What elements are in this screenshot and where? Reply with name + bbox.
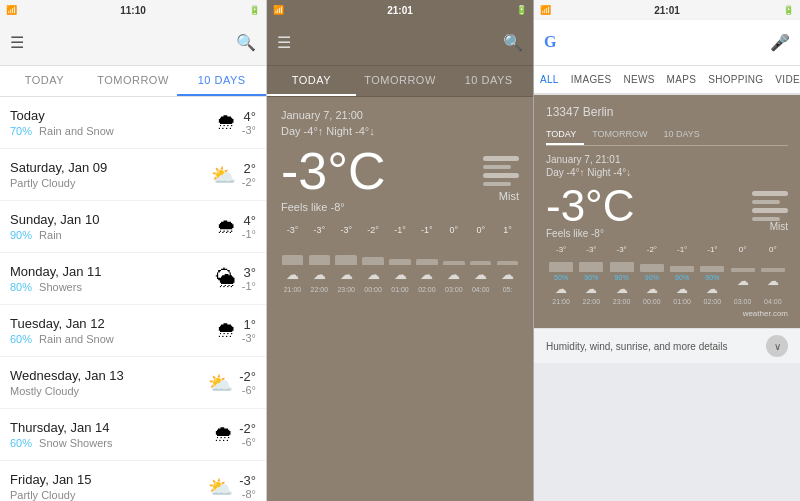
weather-icon: 🌦 — [216, 267, 236, 290]
widget-tab-tomorrow[interactable]: TOMORROW — [592, 125, 655, 145]
s3-time-cell: 01:00 — [667, 298, 697, 305]
screen3-source: weather.com — [546, 309, 788, 318]
weather-item-date: Monday, Jan 11 — [10, 264, 216, 279]
screen2-left: -3°C Feels like -8° — [281, 145, 386, 213]
battery-icon: 🔋 — [249, 5, 260, 15]
temp-high: -2° — [239, 369, 256, 384]
screen2-search-input[interactable]: Berlin — [299, 35, 495, 51]
weather-list-item: Friday, Jan 15 Partly Cloudy ⛅ -3° -8° — [0, 461, 266, 501]
hourly-temp-item: -2° — [360, 225, 387, 235]
weather-icon: 🌨 — [216, 319, 236, 342]
s3-bar-item — [637, 264, 667, 272]
s3-cloud-icon: ☁ — [767, 274, 779, 288]
screen3-icons-right: 🔋 — [783, 5, 794, 15]
weather-item-date: Friday, Jan 15 — [10, 472, 208, 487]
screen3-more-details[interactable]: Humidity, wind, sunrise, and more detail… — [534, 328, 800, 363]
search-icon[interactable]: 🔍 — [236, 33, 256, 52]
screen3-search-input[interactable]: weather — [572, 35, 762, 51]
weather-item-desc: 80% Showers — [10, 281, 216, 293]
tab-today-s2[interactable]: TODAY — [267, 66, 356, 96]
hourly-icon-cell: ☁ — [387, 267, 414, 282]
search-tab-maps[interactable]: MAPS — [661, 66, 703, 93]
screen3-temp-area: -3°C Feels like -8° — [546, 184, 635, 239]
hourly-time-cell: 00:00 — [360, 286, 387, 293]
weather-list-item: Sunday, Jan 10 90% Rain 🌧 4° -1° — [0, 201, 266, 253]
screen1-search-input[interactable]: 10115 Berlin — [32, 35, 228, 51]
screen3-range: Day -4°↑ Night -4°↓ — [546, 167, 788, 178]
hourly-time-cell: 21:00 — [279, 286, 306, 293]
google-logo: G — [544, 33, 564, 53]
temp-high: 4° — [242, 109, 256, 124]
bar — [497, 261, 519, 265]
cloud-icon: ☁ — [340, 267, 353, 282]
s3-bar-item — [728, 268, 758, 272]
temp-low: -3° — [242, 332, 256, 344]
expand-button[interactable]: ∨ — [766, 335, 788, 357]
weather-item-info: Today 70% Rain and Snow — [10, 108, 216, 137]
screen3: 📶 21:01 🔋 G weather 🎤 ALL IMAGES NEWS MA… — [534, 0, 800, 501]
screen2-time-row: 21:0022:0023:0000:0001:0002:0003:0004:00… — [275, 284, 525, 295]
s3-percent: 90% — [645, 274, 659, 281]
tab-10days-s2[interactable]: 10 DAYS — [444, 66, 533, 96]
temp-low: -1° — [242, 228, 256, 240]
widget-tab-today[interactable]: TODAY — [546, 125, 584, 145]
s3-hourly-temp: 0° — [758, 245, 788, 254]
weather-item-right: 🌦 3° -1° — [216, 265, 256, 292]
s3-bar — [700, 266, 724, 272]
screen3-icons-left: 📶 — [540, 5, 551, 15]
hourly-time-cell: 04:00 — [467, 286, 494, 293]
weather-item-desc: Partly Cloudy — [10, 177, 211, 189]
search-tab-news[interactable]: NEWS — [617, 66, 660, 93]
screen1-search-bar: ☰ 10115 Berlin 🔍 — [0, 20, 266, 66]
temp-range: -2° -6° — [239, 369, 256, 396]
weather-item-desc: 70% Rain and Snow — [10, 125, 216, 137]
hourly-temp-item: -3° — [306, 225, 333, 235]
weather-item-right: ⛅ 2° -2° — [211, 161, 256, 188]
screen3-condition: Mist — [752, 221, 788, 232]
hourly-time-cell: 03:00 — [440, 286, 467, 293]
screen2-hamburger-icon[interactable]: ☰ — [277, 33, 291, 52]
hourly-time-cell: 22:00 — [306, 286, 333, 293]
s3-icon-cell: 90%☁ — [637, 274, 667, 296]
s3-icon-cell: 90%☁ — [607, 274, 637, 296]
search-tab-images[interactable]: IMAGES — [565, 66, 618, 93]
hourly-temp-item: -3° — [279, 225, 306, 235]
search-tab-all[interactable]: ALL — [534, 66, 565, 95]
weather-list-item: Today 70% Rain and Snow 🌨 4° -3° — [0, 97, 266, 149]
cloud-icon: ☁ — [394, 267, 407, 282]
mic-icon[interactable]: 🎤 — [770, 33, 790, 52]
temp-low: -2° — [242, 176, 256, 188]
s3-hourly-temp: -1° — [697, 245, 727, 254]
weather-list-item: Thursday, Jan 14 60% Snow Showers 🌨 -2° … — [0, 409, 266, 461]
s3-bar-item — [576, 262, 606, 272]
s3-icon-cell: 90%☁ — [697, 274, 727, 296]
hamburger-icon[interactable]: ☰ — [10, 33, 24, 52]
tab-10days-s1[interactable]: 10 DAYS — [177, 66, 266, 96]
bar — [335, 255, 357, 265]
screen1-status-icons-right: 🔋 — [249, 5, 260, 15]
cloud-icon: ☁ — [367, 267, 380, 282]
hourly-icon-cell: ☁ — [279, 267, 306, 282]
hourly-time-cell: 02:00 — [413, 286, 440, 293]
more-details-text: Humidity, wind, sunrise, and more detail… — [546, 341, 728, 352]
screen1-time: 11:10 — [120, 5, 146, 16]
tab-tomorrow-s1[interactable]: TOMORROW — [89, 66, 178, 96]
s3-bar — [610, 262, 634, 272]
tab-tomorrow-s2[interactable]: TOMORROW — [356, 66, 445, 96]
screen2-bars — [275, 237, 525, 265]
search-tab-video[interactable]: VIDE — [769, 66, 800, 93]
screen2-search-icon[interactable]: 🔍 — [503, 33, 523, 52]
s3-time-cell: 02:00 — [697, 298, 727, 305]
screen1-status-bar: 📶 11:10 🔋 — [0, 0, 266, 20]
search-tab-shopping[interactable]: SHOPPING — [702, 66, 769, 93]
weather-item-right: 🌧 4° -1° — [216, 213, 256, 240]
tab-today-s1[interactable]: TODAY — [0, 66, 89, 96]
bar — [389, 259, 411, 265]
s3-time-cell: 04:00 — [758, 298, 788, 305]
weather-item-desc: Partly Cloudy — [10, 489, 208, 501]
weather-item-info: Saturday, Jan 09 Partly Cloudy — [10, 160, 211, 189]
widget-tab-10days[interactable]: 10 DAYS — [664, 125, 708, 145]
hourly-bar-item — [467, 261, 494, 265]
cloud-icon: ☁ — [313, 267, 326, 282]
weather-item-date: Wednesday, Jan 13 — [10, 368, 208, 383]
